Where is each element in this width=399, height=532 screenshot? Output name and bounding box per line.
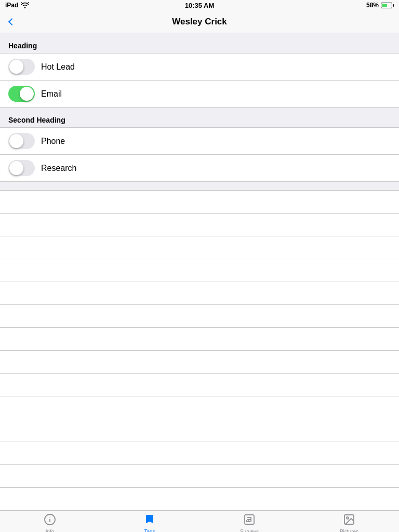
list-item-phone: Phone bbox=[0, 128, 399, 155]
content-area: Heading Hot Lead Email Second Heading bbox=[0, 33, 399, 511]
status-left: iPad bbox=[5, 2, 29, 9]
empty-row bbox=[0, 396, 399, 419]
battery-icon bbox=[381, 3, 394, 8]
section-heading: Heading Hot Lead Email bbox=[0, 33, 399, 108]
empty-row bbox=[0, 465, 399, 488]
wifi-icon bbox=[21, 2, 29, 8]
empty-row bbox=[0, 191, 399, 214]
research-knob bbox=[9, 161, 23, 175]
section-1-heading: Heading bbox=[0, 33, 399, 53]
list-item-email: Email bbox=[0, 81, 399, 107]
svg-point-2 bbox=[49, 516, 50, 517]
empty-rows bbox=[0, 190, 399, 511]
tab-bar: Info Tags Surveys bbox=[0, 511, 399, 532]
surveys-icon bbox=[243, 513, 256, 528]
empty-row bbox=[0, 282, 399, 305]
empty-row bbox=[0, 442, 399, 465]
back-button[interactable] bbox=[5, 17, 20, 26]
hot-lead-toggle[interactable] bbox=[8, 59, 35, 75]
email-label: Email bbox=[41, 89, 62, 99]
battery-pct-label: 58% bbox=[366, 2, 379, 9]
chevron-left-icon bbox=[8, 18, 16, 25]
status-right: 58% bbox=[366, 2, 394, 9]
info-icon bbox=[44, 513, 56, 528]
phone-label: Phone bbox=[41, 137, 65, 146]
empty-row bbox=[0, 351, 399, 374]
empty-row bbox=[0, 328, 399, 351]
empty-row bbox=[0, 305, 399, 328]
tab-pictures[interactable]: Pictures bbox=[299, 511, 399, 532]
carrier-label: iPad bbox=[5, 2, 18, 9]
section-2-list: Phone Research bbox=[0, 127, 399, 182]
hot-lead-knob bbox=[9, 60, 23, 74]
tab-surveys[interactable]: Surveys bbox=[200, 511, 299, 532]
tab-info[interactable]: Info bbox=[0, 511, 100, 532]
phone-knob bbox=[9, 134, 23, 148]
phone-toggle[interactable] bbox=[8, 133, 35, 149]
nav-bar: Wesley Crick bbox=[0, 10, 399, 33]
pictures-icon bbox=[343, 513, 355, 528]
hot-lead-label: Hot Lead bbox=[41, 62, 75, 72]
section-2-heading: Second Heading bbox=[0, 108, 399, 127]
empty-row bbox=[0, 259, 399, 282]
tab-info-label: Info bbox=[46, 529, 55, 533]
email-knob bbox=[20, 87, 34, 101]
svg-point-11 bbox=[347, 517, 349, 519]
research-toggle[interactable] bbox=[8, 160, 35, 176]
empty-row bbox=[0, 419, 399, 442]
section-1-list: Hot Lead Email bbox=[0, 53, 399, 108]
email-toggle[interactable] bbox=[8, 86, 35, 102]
tab-tags[interactable]: Tags bbox=[100, 511, 200, 532]
research-label: Research bbox=[41, 164, 76, 173]
tab-surveys-label: Surveys bbox=[240, 529, 259, 533]
tab-pictures-label: Pictures bbox=[340, 529, 358, 533]
empty-row bbox=[0, 488, 399, 511]
section-second-heading: Second Heading Phone Research bbox=[0, 108, 399, 182]
list-item-research: Research bbox=[0, 155, 399, 181]
empty-row bbox=[0, 374, 399, 396]
status-bar: iPad 10:35 AM 58% bbox=[0, 0, 399, 10]
list-item-hot-lead: Hot Lead bbox=[0, 54, 399, 81]
tab-tags-label: Tags bbox=[144, 529, 155, 533]
empty-row bbox=[0, 214, 399, 236]
tags-icon bbox=[143, 513, 156, 528]
page-title: Wesley Crick bbox=[172, 17, 227, 27]
empty-row bbox=[0, 236, 399, 259]
status-time: 10:35 AM bbox=[185, 2, 215, 9]
